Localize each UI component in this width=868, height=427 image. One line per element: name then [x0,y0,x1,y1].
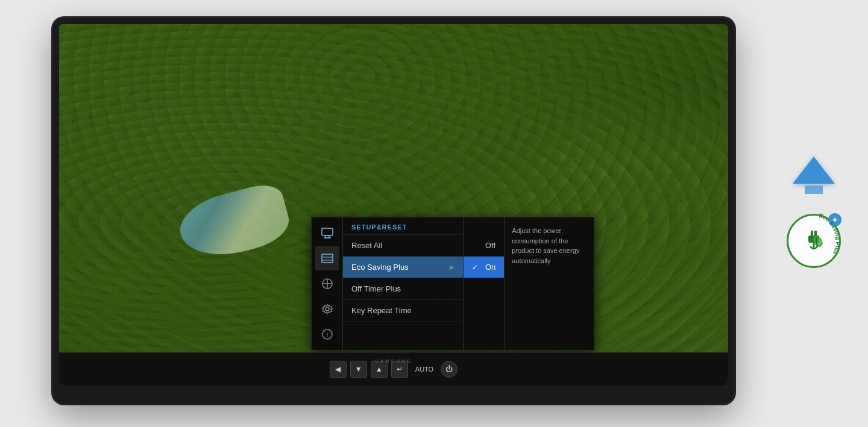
arrow-rect [805,185,823,194]
osd-icon-picture[interactable] [315,246,339,270]
up-arrow-graphic [793,157,835,199]
osd-center-panel: SETUP&RESET Reset All Eco Saving Plus ▶ … [343,217,464,350]
auto-button[interactable]: AUTO [412,364,437,374]
osd-menu: i SETUP&RESET Reset All Eco Saving Plus … [311,217,594,351]
osd-item-key-repeat-time[interactable]: Key Repeat Time [343,300,463,322]
samsung-brand: SAMSUNG [375,358,412,364]
osd-item-eco-saving-plus[interactable]: Eco Saving Plus ▶ [343,257,463,278]
osd-sub-off[interactable]: ✓ Off [464,235,504,257]
osd-icon-display[interactable] [315,221,339,245]
osd-info-panel: Adjust the power consumption of the prod… [505,217,594,350]
eco-saving-logo: + Eco Saving Plus [784,211,844,271]
svg-text:i: i [326,332,328,338]
osd-item-off-timer-plus[interactable]: Off Timer Plus [343,278,463,300]
tv-shell: i SETUP&RESET Reset All Eco Saving Plus … [53,18,734,404]
osd-icon-info[interactable]: i [315,322,339,346]
arrow-triangle [793,157,835,184]
eco-saving-arrow: ▶ [450,264,454,270]
off-check: ✓ [472,242,480,250]
power-button[interactable]: ⏻ [441,361,458,378]
osd-sub-on[interactable]: ✓ On [464,257,504,278]
osd-section-title: SETUP&RESET [343,217,463,235]
svg-rect-4 [322,254,333,263]
osd-info-text: Adjust the power consumption of the prod… [512,226,587,266]
osd-icon-settings[interactable] [315,297,339,321]
right-graphics: + Eco Saving Plus [784,157,844,271]
svg-point-10 [326,307,329,311]
nav-left-button[interactable]: ◀ [330,361,347,378]
osd-submenu: ✓ Off ✓ On [464,217,505,350]
osd-item-reset-all[interactable]: Reset All [343,235,463,257]
osd-icon-sidebar: i [312,217,343,350]
eco-text-svg: Eco Saving Plus [775,205,847,277]
nav-down-button[interactable]: ▼ [350,361,367,378]
on-check: ✓ [472,263,480,272]
svg-text:Eco Saving Plus: Eco Saving Plus [818,211,841,255]
osd-icon-position[interactable] [315,272,339,296]
svg-rect-0 [322,228,333,235]
tv-screen: i SETUP&RESET Reset All Eco Saving Plus … [59,24,728,385]
tv-controls-bar: ◀ ▼ ▲ ↵ AUTO ⏻ [59,352,728,385]
